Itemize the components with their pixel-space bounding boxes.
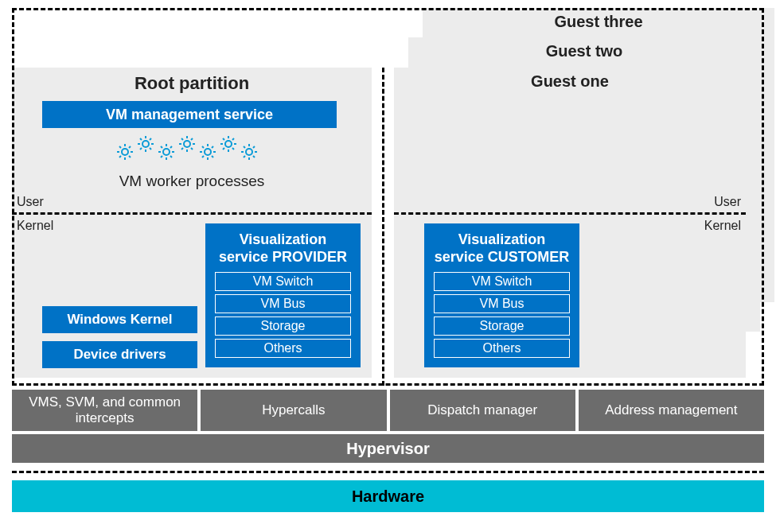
viz-customer-item: VM Bus xyxy=(434,294,570,313)
svg-point-1 xyxy=(142,141,149,147)
svg-point-0 xyxy=(122,149,128,155)
viz-customer-item: Storage xyxy=(434,316,570,336)
gear-row-icon xyxy=(115,134,275,168)
partition-vertical-divider xyxy=(382,68,384,386)
viz-provider-title: Visualization service PROVIDER xyxy=(215,231,351,266)
gear-icon xyxy=(198,142,217,161)
hypervisor-cell-hypercalls: Hypercalls xyxy=(201,390,386,431)
guest-user-kernel-divider xyxy=(394,212,746,215)
viz-provider-item: Others xyxy=(215,339,351,358)
hypervisor-components-row: VMS, SVM, and common intercepts Hypercal… xyxy=(12,390,764,431)
guest-kernel-label: Kernel xyxy=(704,219,741,233)
viz-customer-title: Visualization service CUSTOMER xyxy=(434,231,570,266)
svg-point-3 xyxy=(184,141,190,147)
gear-icon xyxy=(157,142,176,161)
visualization-service-provider-box: Visualization service PROVIDER VM Switch… xyxy=(205,223,361,367)
viz-customer-item: VM Switch xyxy=(434,272,570,291)
viz-customer-item: Others xyxy=(434,339,570,358)
hypervisor-cell-address: Address management xyxy=(579,390,764,431)
hypervisor-cell-intercepts: VMS, SVM, and common intercepts xyxy=(12,390,197,431)
gear-icon xyxy=(136,134,155,153)
gear-icon xyxy=(177,134,197,153)
guest-user-label: User xyxy=(714,195,741,209)
root-user-label: User xyxy=(17,195,44,209)
hypervisor-cell-dispatch: Dispatch manager xyxy=(390,390,575,431)
vm-worker-processes-label: VM worker processes xyxy=(12,173,372,190)
hypervisor-hardware-divider xyxy=(12,471,764,473)
root-kernel-label: Kernel xyxy=(17,219,53,233)
gear-icon xyxy=(219,134,238,153)
visualization-service-customer-box: Visualization service CUSTOMER VM Switch… xyxy=(424,223,579,367)
gear-icon xyxy=(240,142,259,161)
gear-icon xyxy=(115,142,135,161)
viz-provider-item: VM Bus xyxy=(215,294,351,313)
svg-point-5 xyxy=(225,141,232,147)
root-user-kernel-divider xyxy=(12,212,372,215)
hardware-bar: Hardware xyxy=(12,480,764,512)
device-drivers-box: Device drivers xyxy=(42,341,197,368)
windows-kernel-box: Windows Kernel xyxy=(42,306,197,333)
hypervisor-label-bar: Hypervisor xyxy=(12,434,764,463)
guest-one-title: Guest one xyxy=(394,68,746,91)
guest-two-title: Guest two xyxy=(408,37,760,60)
root-partition-title: Root partition xyxy=(12,68,372,94)
guest-three-title: Guest three xyxy=(423,8,774,31)
root-partition: Root partition VM management service xyxy=(12,68,372,378)
svg-point-6 xyxy=(246,149,252,155)
viz-provider-item: VM Switch xyxy=(215,272,351,291)
vm-management-service-box: VM management service xyxy=(42,101,337,128)
guest-partition-one: Guest one User Kernel Visualization serv… xyxy=(394,68,746,378)
viz-provider-item: Storage xyxy=(215,316,351,336)
svg-point-4 xyxy=(205,149,211,155)
svg-point-2 xyxy=(163,149,170,155)
